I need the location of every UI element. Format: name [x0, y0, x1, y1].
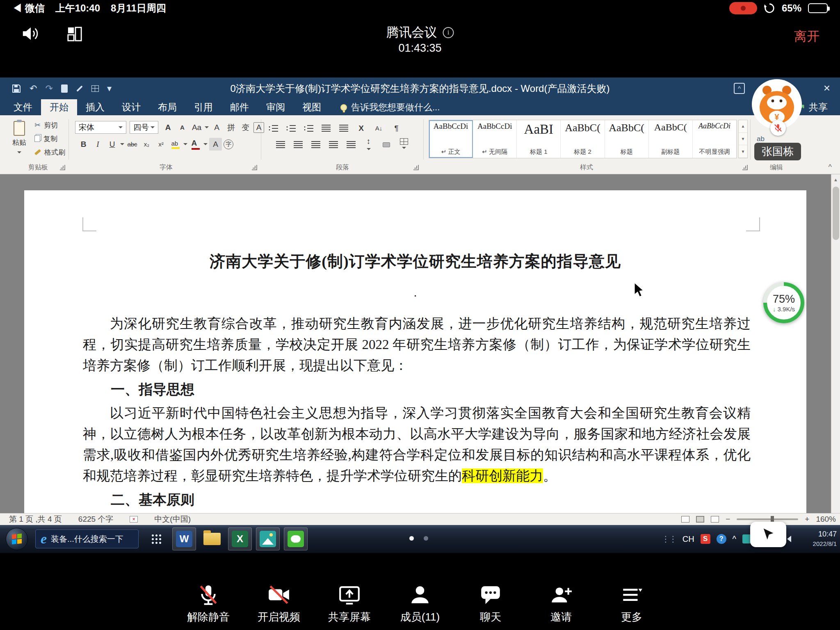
- style-normal[interactable]: AaBbCcDi↵ 正文: [429, 120, 473, 158]
- asian-layout-button[interactable]: X: [355, 122, 368, 135]
- character-scale-button[interactable]: 变: [239, 121, 252, 134]
- tab-insert[interactable]: 插入: [77, 99, 113, 115]
- start-video-button[interactable]: 开启视频: [244, 583, 314, 624]
- redo-icon[interactable]: ↷: [45, 84, 52, 93]
- save-icon[interactable]: [11, 84, 21, 94]
- unmute-button[interactable]: 解除静音: [173, 583, 244, 624]
- styles-scroll-up-icon[interactable]: ▲: [739, 120, 747, 133]
- back-to-app[interactable]: ◀ 微信: [12, 2, 45, 15]
- print-layout-icon[interactable]: [696, 516, 704, 523]
- tab-mailings[interactable]: 邮件: [221, 99, 258, 115]
- undo-icon[interactable]: ↶: [30, 84, 37, 93]
- shading-button[interactable]: [380, 138, 393, 151]
- style-subtle-emphasis[interactable]: AaBbCcDi不明显强调: [693, 120, 737, 158]
- page-indicator[interactable]: 第 1 页 ,共 4 页: [9, 514, 62, 525]
- style-heading2[interactable]: AaBbC(标题 2: [561, 120, 605, 158]
- strikethrough-button[interactable]: abc: [126, 138, 139, 151]
- align-center-button[interactable]: [292, 138, 304, 151]
- pen-icon[interactable]: [76, 85, 83, 92]
- start-button[interactable]: [6, 528, 28, 550]
- page-indicator-dots[interactable]: [409, 536, 428, 541]
- speaker-icon[interactable]: [21, 25, 40, 43]
- members-button[interactable]: 成员(11): [385, 583, 455, 624]
- show-marks-button[interactable]: ¶: [390, 122, 403, 135]
- decrease-indent-button[interactable]: [320, 122, 332, 135]
- grow-font-button[interactable]: A: [162, 121, 174, 134]
- language-indicator[interactable]: 中文(中国): [154, 514, 191, 525]
- styles-gallery-scroll[interactable]: ▲ ▼ ▼: [738, 120, 748, 158]
- proofing-icon[interactable]: ×: [130, 516, 138, 523]
- meeting-info-icon[interactable]: i: [443, 27, 454, 38]
- superscript-button[interactable]: x²: [155, 138, 167, 151]
- italic-button[interactable]: I: [91, 138, 104, 151]
- word-count[interactable]: 6225 个字: [78, 514, 114, 525]
- subscript-button[interactable]: x₂: [140, 138, 153, 151]
- style-subtitle[interactable]: AaBbC(副标题: [649, 120, 693, 158]
- network-speed-widget[interactable]: 75% ↓ 3.9K/s: [763, 282, 804, 323]
- justify-button[interactable]: [327, 138, 340, 151]
- table-icon[interactable]: [91, 85, 99, 92]
- phonetic-guide-button[interactable]: 拼: [225, 121, 237, 134]
- clipboard-dialog-launcher[interactable]: [60, 165, 65, 170]
- styles-more-icon[interactable]: ▼: [739, 145, 747, 158]
- tab-layout[interactable]: 布局: [149, 99, 185, 115]
- layout-switch-icon[interactable]: [66, 26, 83, 43]
- line-spacing-button[interactable]: ↕: [362, 138, 375, 151]
- cut-button[interactable]: ✂剪切: [34, 120, 65, 130]
- tab-references[interactable]: 引用: [185, 99, 221, 115]
- document-page[interactable]: 济南大学关于修(制)订学术学位研究生培养方案的指导意见 · 为深化研究生教育综合…: [24, 190, 806, 513]
- taskbar-wechat[interactable]: [284, 527, 308, 550]
- taskbar-excel[interactable]: X: [228, 527, 252, 550]
- format-painter-button[interactable]: 格式刷: [34, 147, 65, 157]
- tray-handle-icon[interactable]: ⋮⋮: [662, 534, 676, 544]
- close-window-icon[interactable]: ×: [824, 82, 830, 95]
- character-shading-button[interactable]: A: [209, 138, 222, 151]
- ribbon-display-options-icon[interactable]: ^: [734, 83, 745, 94]
- help-icon[interactable]: ?: [717, 534, 726, 544]
- enclose-characters-button[interactable]: 字: [224, 139, 233, 149]
- distribute-button[interactable]: [345, 138, 357, 151]
- vertical-scrollbar[interactable]: ▲: [831, 174, 840, 513]
- underline-button[interactable]: U: [106, 138, 119, 151]
- qat-more-icon[interactable]: ▾: [107, 84, 112, 93]
- font-name-select[interactable]: 宋体: [75, 121, 126, 134]
- tray-expand-icon[interactable]: ^: [733, 534, 736, 544]
- read-mode-icon[interactable]: [681, 516, 689, 523]
- bullets-button[interactable]: [267, 122, 279, 135]
- sort-button[interactable]: A↓: [372, 122, 385, 135]
- taskbar-photos[interactable]: [256, 527, 280, 550]
- more-button[interactable]: 更多: [596, 583, 667, 624]
- sogou-icon[interactable]: S: [701, 534, 710, 544]
- scrollbar-thumb[interactable]: [833, 187, 839, 240]
- tab-home[interactable]: 开始: [41, 99, 77, 115]
- shrink-font-button[interactable]: A: [176, 121, 189, 134]
- font-size-select[interactable]: 四号: [130, 121, 158, 134]
- scroll-up-icon[interactable]: ▲: [831, 174, 840, 185]
- character-border-button[interactable]: A: [253, 122, 264, 133]
- paragraph-dialog-launcher[interactable]: [413, 165, 419, 170]
- zoom-out-icon[interactable]: −: [726, 515, 730, 524]
- style-no-spacing[interactable]: AaBbCcDi↵ 无间隔: [473, 120, 517, 158]
- tray-clock[interactable]: 10:47 2022/8/1: [797, 530, 837, 548]
- align-right-button[interactable]: [309, 138, 322, 151]
- styles-scroll-down-icon[interactable]: ▼: [739, 133, 747, 146]
- new-document-icon[interactable]: [61, 84, 68, 93]
- zoom-level[interactable]: 160%: [816, 515, 836, 524]
- tab-design[interactable]: 设计: [113, 99, 149, 115]
- numbering-button[interactable]: [284, 122, 297, 135]
- clear-formatting-button[interactable]: A: [210, 121, 223, 134]
- paste-button[interactable]: 粘贴: [8, 121, 30, 160]
- bold-button[interactable]: B: [77, 138, 90, 151]
- copy-button[interactable]: 复制: [34, 134, 65, 144]
- taskbar-search[interactable]: e 装备...什么搜索一下: [35, 530, 139, 548]
- align-left-button[interactable]: [274, 138, 287, 151]
- screen-recording-indicator[interactable]: [729, 2, 757, 14]
- web-layout-icon[interactable]: [711, 516, 719, 523]
- tell-me-box[interactable]: 告诉我您想要做什么...: [340, 99, 440, 115]
- chat-button[interactable]: 聊天: [455, 583, 526, 624]
- font-dialog-launcher[interactable]: [252, 165, 257, 170]
- replace-button[interactable]: ab: [757, 135, 765, 143]
- font-color-button[interactable]: A: [189, 138, 202, 151]
- invite-button[interactable]: 邀请: [526, 583, 596, 624]
- text-highlight-button[interactable]: ab: [169, 138, 182, 151]
